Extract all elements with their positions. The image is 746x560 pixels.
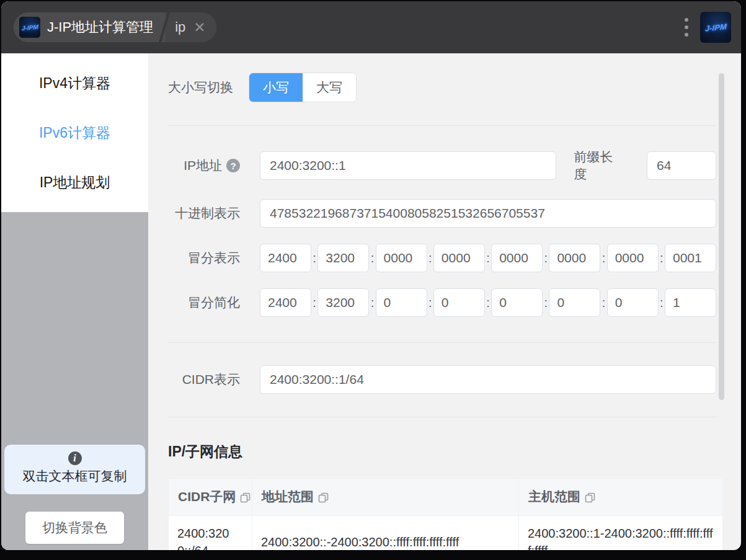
- subnet-info-heading: IP/子网信息: [168, 442, 716, 461]
- short-hextet-input-3[interactable]: [376, 288, 427, 317]
- column-header-cidr-subnet: CIDR子网: [169, 479, 252, 516]
- colon-notation-label: 冒分表示: [168, 249, 240, 267]
- colon-separator: :: [485, 251, 491, 265]
- tab-ip-label: ip: [175, 19, 185, 35]
- divider: [168, 342, 716, 343]
- hextet-input-5[interactable]: [491, 244, 543, 272]
- tab-ip[interactable]: ip ✕: [166, 12, 216, 42]
- copy-tip-box: i 双击文本框可复制: [4, 445, 145, 494]
- prefix-length-input[interactable]: [647, 151, 716, 180]
- colon-separator: :: [601, 251, 607, 265]
- title-bar: J-IPM J-IP地址计算管理 ip ✕ J-IPM: [1, 1, 741, 53]
- short-hextet-input-2[interactable]: [317, 288, 369, 317]
- short-hextet-input-4[interactable]: [433, 288, 485, 317]
- cell-address-range[interactable]: 2400:3200::-2400:3200::ffff:ffff:ffff:ff…: [252, 516, 519, 551]
- decimal-label: 十进制表示: [168, 205, 240, 222]
- case-toggle: 小写 大写: [249, 73, 357, 102]
- table-row: 2400:3200::/64 2400:3200::-2400:3200::ff…: [169, 516, 723, 551]
- decimal-input[interactable]: [260, 199, 716, 228]
- cell-cidr-subnet[interactable]: 2400:3200::/64: [169, 516, 252, 551]
- subnet-table-header-row: CIDR子网 地址范围 主机范围: [169, 479, 723, 516]
- toggle-background-button[interactable]: 切换背景色: [25, 512, 124, 544]
- short-hextet-input-7[interactable]: [607, 288, 659, 317]
- brand-logo: J-IPM: [700, 12, 731, 43]
- subnet-table: CIDR子网 地址范围 主机范围 2400:3200::/64 2400:320…: [168, 478, 723, 550]
- lowercase-button[interactable]: 小写: [249, 73, 303, 102]
- ip-address-input[interactable]: [260, 151, 556, 180]
- tab-group: J-IPM J-IP地址计算管理 ip ✕: [14, 12, 216, 42]
- main-panel: 大小写切换 小写 大写 IP地址 ? 前缀长度 十进制表示: [148, 53, 741, 550]
- app-window: J-IPM J-IP地址计算管理 ip ✕ J-IPM IPv4计算器 IPv6…: [1, 1, 741, 550]
- short-hextet-input-6[interactable]: [549, 288, 600, 317]
- colon-simplified-label: 冒分简化: [168, 294, 240, 311]
- colon-separator: :: [427, 296, 433, 310]
- short-hextet-input-8[interactable]: [665, 288, 716, 317]
- sidebar-item-ip-planning[interactable]: IP地址规划: [1, 173, 148, 192]
- colon-separator: :: [311, 296, 317, 310]
- colon-separator: :: [659, 296, 665, 310]
- info-icon: i: [68, 451, 82, 465]
- colon-separator: :: [311, 251, 317, 265]
- divider: [168, 125, 716, 126]
- app-logo-icon: J-IPM: [19, 17, 40, 38]
- copy-icon[interactable]: [240, 491, 251, 506]
- short-hextet-input-5[interactable]: [491, 288, 543, 317]
- hextet-input-7[interactable]: [607, 244, 659, 272]
- prefix-length-label: 前缀长度: [574, 148, 626, 183]
- colon-separator: :: [601, 296, 607, 310]
- colon-separator: :: [543, 251, 549, 265]
- hextet-input-3[interactable]: [376, 244, 427, 272]
- sidebar-item-ipv6-calculator[interactable]: IPv6计算器: [1, 123, 148, 143]
- colon-separator: :: [543, 296, 549, 310]
- close-icon[interactable]: ✕: [193, 20, 205, 35]
- help-icon[interactable]: ?: [226, 159, 240, 172]
- ip-address-label: IP地址: [184, 157, 222, 174]
- colon-separator: :: [427, 251, 433, 265]
- colon-separator: :: [485, 296, 491, 310]
- short-hextet-input-1[interactable]: [260, 288, 311, 317]
- sidebar-nav: IPv4计算器 IPv6计算器 IP地址规划: [1, 53, 148, 212]
- hextet-input-8[interactable]: [665, 244, 716, 272]
- colon-separator: :: [659, 251, 665, 265]
- cidr-label: CIDR表示: [168, 371, 240, 388]
- hextet-group-short: : : : : : : :: [260, 288, 716, 317]
- sidebar-footer: i 双击文本框可复制 切换背景色: [1, 212, 148, 550]
- hextet-input-2[interactable]: [317, 244, 369, 272]
- copy-icon[interactable]: [318, 491, 329, 506]
- brand-logo-text: J-IPM: [704, 22, 727, 33]
- colon-separator: :: [370, 251, 376, 265]
- tab-app[interactable]: J-IPM J-IP地址计算管理: [14, 12, 163, 42]
- hextet-input-4[interactable]: [433, 244, 485, 272]
- menu-kebab-icon[interactable]: [682, 14, 691, 40]
- app-logo-text: J-IPM: [21, 23, 38, 32]
- copy-icon[interactable]: [585, 491, 595, 506]
- hextet-input-1[interactable]: [260, 244, 311, 272]
- colon-separator: :: [370, 296, 376, 310]
- column-header-address-range: 地址范围: [252, 479, 519, 516]
- uppercase-button[interactable]: 大写: [303, 73, 356, 102]
- cell-host-range[interactable]: 2400:3200::1-2400:3200::ffff:ffff:ffff:f…: [519, 516, 723, 551]
- divider: [168, 417, 716, 417]
- sidebar-item-ipv4-calculator[interactable]: IPv4计算器: [1, 74, 148, 93]
- column-header-host-range: 主机范围: [519, 479, 723, 516]
- case-toggle-label: 大小写切换: [168, 79, 233, 96]
- sidebar: IPv4计算器 IPv6计算器 IP地址规划 i 双击文本框可复制 切换背景色: [1, 53, 148, 550]
- scrollbar-thumb[interactable]: [719, 73, 724, 400]
- app-title: J-IP地址计算管理: [47, 18, 153, 37]
- hextet-input-6[interactable]: [549, 244, 600, 272]
- cidr-input[interactable]: [260, 365, 716, 394]
- hextet-group-full: : : : : : : :: [260, 244, 716, 272]
- copy-tip-text: 双击文本框可复制: [9, 468, 140, 485]
